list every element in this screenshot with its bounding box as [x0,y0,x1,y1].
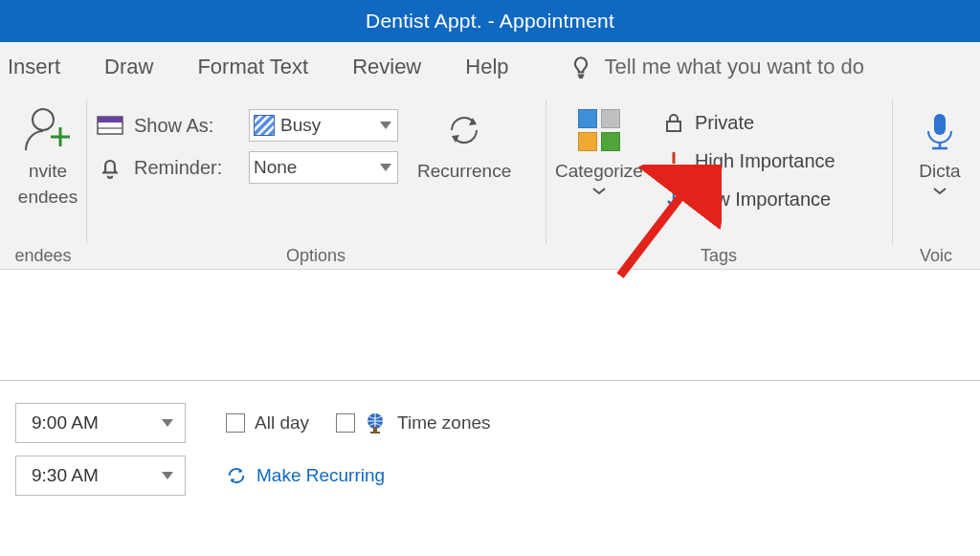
start-time-value: 9:00 AM [32,412,99,434]
checkbox-icon [226,413,245,433]
group-tags: Categorize Private High Importance [546,92,892,269]
attendees-group-label: endees [10,240,77,267]
tags-group-label: Tags [555,240,882,267]
start-time-combo[interactable]: 9:00 AM [15,403,186,443]
svg-rect-10 [934,114,946,135]
invite-line1: nvite [29,161,67,183]
group-voice: Dicta Voic [892,92,980,269]
window-title: Dentist Appt. - Appointment [366,10,614,33]
globe-icon [365,411,388,434]
show-as-icon [96,113,124,138]
high-importance-icon [662,149,685,172]
tab-draw[interactable]: Draw [102,51,155,83]
invite-attendees-button[interactable]: nvite endees [10,100,86,209]
dictate-label: Dicta [919,161,960,183]
categorize-label: Categorize [555,161,643,183]
dictate-button[interactable]: Dicta [902,100,978,196]
low-importance-button[interactable]: Low Importance [662,182,835,216]
low-importance-label: Low Importance [695,189,831,211]
busy-swatch-icon [254,115,275,136]
chevron-down-icon [162,472,173,479]
recurrence-small-icon [226,465,247,486]
svg-point-8 [672,167,676,170]
high-importance-label: High Importance [695,150,835,172]
tab-review[interactable]: Review [350,51,423,83]
svg-rect-15 [373,427,377,432]
voice-group-label: Voic [902,240,970,267]
all-day-checkbox[interactable]: All day [226,412,309,434]
all-day-label: All day [255,412,309,434]
chevron-down-icon [591,187,607,196]
tab-help[interactable]: Help [463,51,510,83]
private-button[interactable]: Private [662,105,835,140]
svg-rect-6 [667,122,680,131]
ribbon-tabs: Insert Draw Format Text Review Help Tell… [0,42,980,92]
time-zones-label: Time zones [397,412,491,434]
tab-insert[interactable]: Insert [6,51,62,83]
invite-line2: endees [18,187,78,209]
microphone-icon [913,103,967,157]
appointment-body: 9:00 AM All day Time zones 9:30 AM [0,270,980,500]
svg-rect-4 [98,117,122,122]
end-time-value: 9:30 AM [32,465,99,486]
tell-me-label: Tell me what you want to do [605,55,864,79]
recurrence-icon [437,103,491,157]
person-plus-icon [21,103,75,157]
reminder-value: None [254,157,297,178]
private-label: Private [695,112,754,134]
high-importance-button[interactable]: High Importance [662,144,835,178]
reminder-combo[interactable]: None [249,151,398,184]
lightbulb-icon [568,55,593,79]
checkbox-icon [336,413,355,433]
reminder-label: Reminder: [134,157,239,179]
show-as-label: Show As: [134,115,239,137]
ribbon: nvite endees endees Show As: [0,92,980,270]
options-group-label: Options [96,240,536,267]
tab-format-text[interactable]: Format Text [195,51,310,83]
svg-point-0 [33,109,54,130]
make-recurring-link[interactable]: Make Recurring [226,465,385,486]
group-options: Show As: Busy Reminder: None [86,92,546,269]
recurrence-label: Recurrence [417,161,511,183]
show-as-combo[interactable]: Busy [249,109,398,142]
categorize-icon [572,103,626,157]
chevron-down-icon [162,419,173,427]
group-attendees: nvite endees endees [0,92,86,269]
bell-icon [96,155,124,180]
chevron-down-icon [380,164,391,171]
make-recurring-label: Make Recurring [256,465,385,486]
show-as-value: Busy [280,115,321,136]
lock-icon [662,111,685,134]
time-zones-checkbox[interactable]: Time zones [336,411,491,434]
recurrence-button[interactable]: Recurrence [417,100,511,183]
window-title-bar: Dentist Appt. - Appointment [0,0,980,42]
tell-me-box[interactable]: Tell me what you want to do [568,55,864,79]
subject-area[interactable] [0,270,980,381]
categorize-button[interactable]: Categorize [555,100,643,196]
end-time-combo[interactable]: 9:30 AM [15,456,186,496]
chevron-down-icon [932,187,947,196]
low-importance-icon [662,188,685,211]
chevron-down-icon [380,122,391,129]
